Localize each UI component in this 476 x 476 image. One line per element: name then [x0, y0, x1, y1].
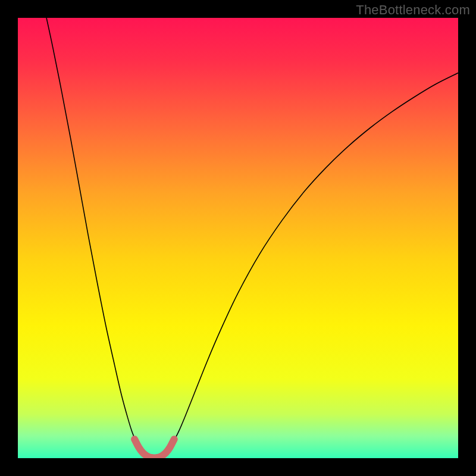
plot-area	[18, 18, 458, 458]
chart-svg	[18, 18, 458, 458]
attribution-label: TheBottleneck.com	[356, 2, 470, 18]
chart-frame: TheBottleneck.com	[0, 0, 476, 476]
chart-background	[18, 18, 458, 458]
